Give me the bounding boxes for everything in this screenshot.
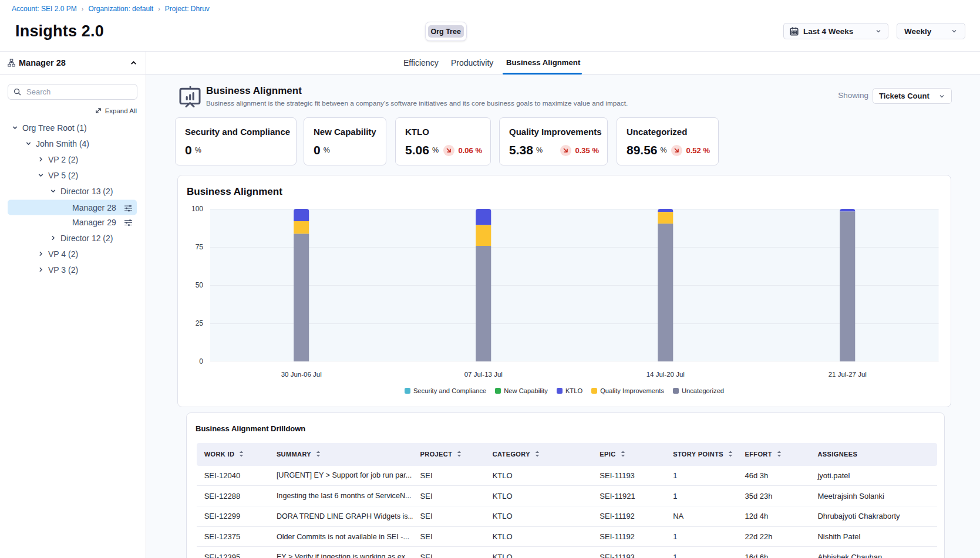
svg-text:25: 25 <box>196 319 204 327</box>
svg-text:50: 50 <box>196 281 204 289</box>
svg-text:75: 75 <box>196 243 204 251</box>
svg-text:30 Jun-06 Jul: 30 Jun-06 Jul <box>281 371 322 378</box>
svg-text:0: 0 <box>199 357 203 366</box>
svg-text:14 Jul-20 Jul: 14 Jul-20 Jul <box>646 371 685 378</box>
svg-text:07 Jul-13 Jul: 07 Jul-13 Jul <box>464 371 503 378</box>
svg-text:100: 100 <box>191 205 203 213</box>
svg-text:21 Jul-27 Jul: 21 Jul-27 Jul <box>829 371 867 378</box>
